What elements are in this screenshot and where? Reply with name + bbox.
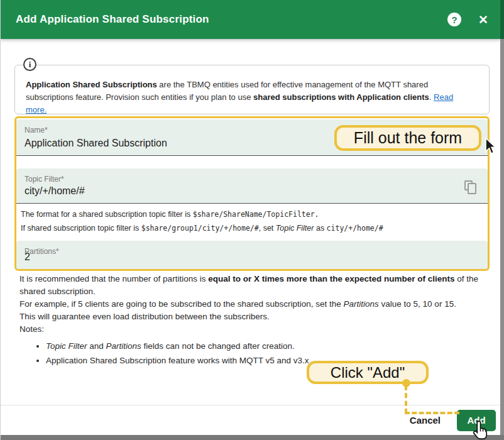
hand-pointer-cursor	[471, 420, 490, 440]
close-icon[interactable]: ✕	[478, 14, 488, 26]
partitions-value: 2	[25, 251, 30, 263]
backdrop-edge-bottom	[1, 435, 504, 440]
dialog-header: Add Application Shared Subscription ? ✕	[1, 0, 501, 39]
name-field-label: Name*	[25, 126, 48, 135]
dialog-title: Add Application Shared Subscription	[16, 13, 447, 26]
note-item-1: Topic Filter and Partitions fields can n…	[46, 340, 486, 353]
click-add-callout: Click "Add"	[307, 361, 429, 384]
footer-actions: Cancel Add	[1, 405, 501, 435]
copy-icon[interactable]	[464, 180, 478, 195]
hint-code-result: city/+/home/#	[327, 224, 383, 233]
callout-connector-vertical	[405, 385, 407, 414]
notes-label: Notes:	[19, 323, 486, 336]
info-text-2: .	[429, 92, 434, 102]
paragraph-guarantee: This will guarantee even load distributi…	[19, 311, 486, 323]
info-bold-2: shared subscriptions with Application cl…	[253, 92, 429, 102]
backdrop-edge-right-header	[500, 0, 504, 39]
backdrop-edge-right	[500, 39, 504, 440]
hint-code-format: $share/ShareName/TopicFilter	[193, 210, 315, 219]
paragraph-example: For example, if 5 clients are going to b…	[19, 298, 486, 311]
cancel-button[interactable]: Cancel	[410, 415, 441, 426]
partitions-field[interactable]: Partitions* 2	[16, 241, 488, 269]
description-text: It is recommended that the number of par…	[19, 273, 486, 369]
help-icon[interactable]: ?	[447, 13, 461, 26]
info-icon: i	[23, 58, 36, 71]
topic-filter-hint: The format for a shared subscription top…	[21, 207, 479, 235]
info-bold-1: Application Shared Subscriptions	[26, 80, 157, 89]
topic-filter-field[interactable]: Topic Filter* city/+/home/#	[16, 168, 488, 204]
add-shared-subscription-dialog: Add Application Shared Subscription ? ✕ …	[0, 0, 504, 440]
hint-line-2: If shared subscription topic filter is $…	[21, 221, 479, 235]
callout-connector-horizontal	[405, 412, 459, 414]
name-field-value: Application Shared Subscription	[25, 138, 167, 149]
hint-line-1: The format for a shared subscription top…	[21, 207, 479, 221]
topic-filter-value: city/+/home/#	[25, 185, 85, 197]
fill-form-callout: Fill out the form	[334, 125, 481, 151]
topic-filter-label: Topic Filter*	[25, 175, 64, 184]
info-text: Application Shared Subscriptions are the…	[26, 79, 469, 116]
hint-code-example: $share/group1/city/+/home/#	[141, 224, 259, 233]
paragraph-recommendation: It is recommended that the number of par…	[19, 273, 486, 298]
mouse-arrow-cursor	[485, 138, 498, 157]
